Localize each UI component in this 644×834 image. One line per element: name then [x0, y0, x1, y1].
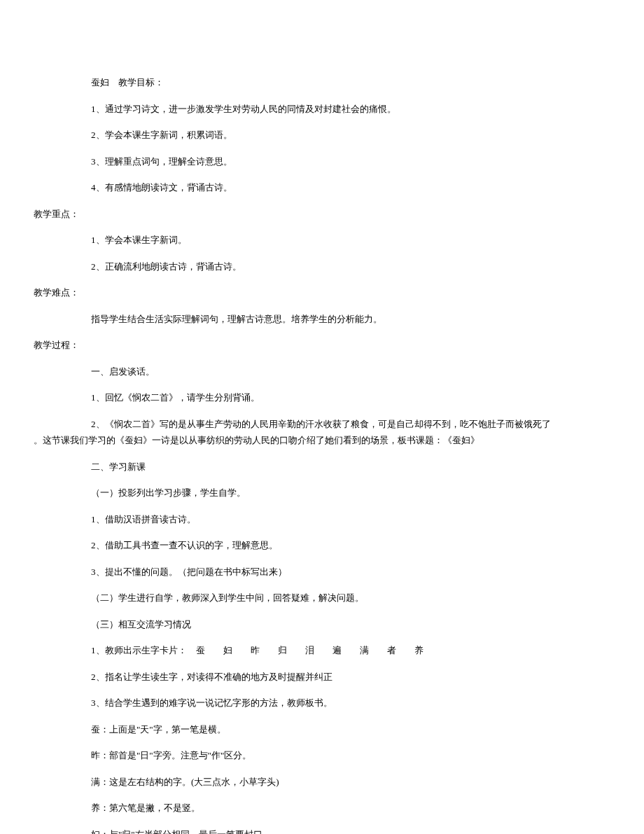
process-item: 二、学习新课 [34, 460, 610, 474]
process-item: （三）相互交流学习情况 [34, 618, 610, 632]
key-point-item: 2、正确流利地朗读古诗，背诵古诗。 [34, 260, 610, 274]
section-heading: 教学重点： [34, 207, 610, 221]
process-item-continuation: 。这节课我们学习的《蚕妇》一诗是以从事纺织的劳动人民的口吻介绍了她们看到的场景，… [34, 433, 610, 447]
process-item: 一、启发谈话。 [34, 365, 610, 379]
section-heading: 教学难点： [34, 286, 610, 300]
title-line: 蚕妇 教学目标： [34, 76, 610, 90]
document-page: 蚕妇 教学目标： 1、通过学习诗文，进一步激发学生对劳动人民的同情及对封建社会的… [0, 0, 644, 834]
process-item: 2、《悯农二首》写的是从事生产劳动的人民用辛勤的汗水收获了粮食，可是自己却得不到… [34, 417, 610, 431]
character-note: 昨：部首是"日"字旁。注意与"作"区分。 [34, 749, 610, 763]
character-note: 满：这是左右结构的字。(大三点水，小草字头) [34, 775, 610, 789]
objective-item: 4、有感情地朗读诗文，背诵古诗。 [34, 181, 610, 195]
process-item: 2、借助工具书查一查不认识的字，理解意思。 [34, 538, 610, 552]
process-item: 1、借助汉语拼音读古诗。 [34, 513, 610, 527]
character-note: 妇：与"归"右半部分相同，最后一笔要封口。 [34, 828, 610, 835]
objective-item: 1、通过学习诗文，进一步激发学生对劳动人民的同情及对封建社会的痛恨。 [34, 102, 610, 116]
objective-item: 2、学会本课生字新词，积累词语。 [34, 128, 610, 142]
process-item: （二）学生进行自学，教师深入到学生中间，回答疑难，解决问题。 [34, 591, 610, 605]
process-item: 1、教师出示生字卡片： 蚕 妇 昨 归 泪 遍 满 者 养 [34, 644, 610, 658]
section-heading: 教学过程： [34, 338, 610, 352]
objective-item: 3、理解重点词句，理解全诗意思。 [34, 155, 610, 169]
character-note: 养：第六笔是撇，不是竖。 [34, 801, 610, 815]
character-note: 蚕：上面是"天"字，第一笔是横。 [34, 723, 610, 737]
key-point-item: 1、学会本课生字新词。 [34, 233, 610, 247]
difficulty-item: 指导学生结合生活实际理解词句，理解古诗意思。培养学生的分析能力。 [34, 312, 610, 326]
process-item: 2、指名让学生读生字，对读得不准确的地方及时提醒并纠正 [34, 670, 610, 684]
process-item: （一）投影列出学习步骤，学生自学。 [34, 486, 610, 500]
process-item: 1、回忆《悯农二首》，请学生分别背诵。 [34, 391, 610, 405]
process-item: 3、提出不懂的问题。（把问题在书中标写出来） [34, 565, 610, 579]
process-item: 3、结合学生遇到的难字说一说记忆字形的方法，教师板书。 [34, 696, 610, 710]
